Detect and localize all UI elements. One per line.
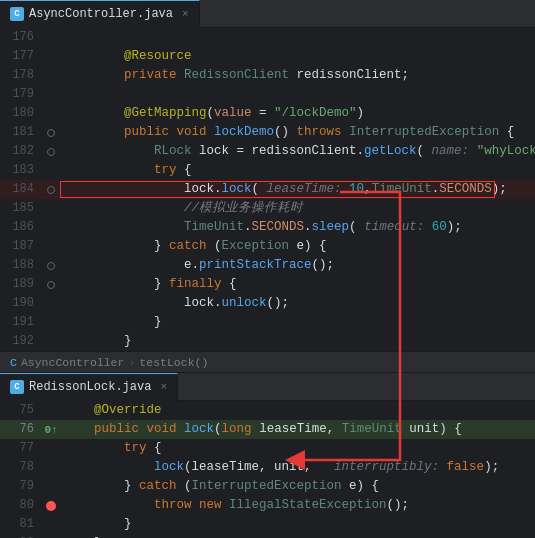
line-content-182: RLock lock = redissonClient.getLock( nam… xyxy=(60,142,535,161)
code-line-80: 80 throw new IllegalStateException(); xyxy=(0,496,535,515)
code-line-185: 185 //模拟业务操作耗时 xyxy=(0,199,535,218)
gutter-78 xyxy=(42,458,60,477)
line-num-80: 80 xyxy=(0,496,42,515)
gutter-191 xyxy=(42,313,60,332)
line-num-180: 180 xyxy=(0,104,42,123)
tab-close-2[interactable]: × xyxy=(160,381,167,393)
line-content-76: public void lock(long leaseTime, TimeUni… xyxy=(60,420,535,439)
gutter-80 xyxy=(42,496,60,515)
gutter-187 xyxy=(42,237,60,256)
gutter-82 xyxy=(42,534,60,538)
gutter-183 xyxy=(42,161,60,180)
gutter-76: 0↑ xyxy=(42,420,60,439)
breadcrumb-bar: C AsyncController › testLock() xyxy=(0,351,535,373)
line-num-81: 81 xyxy=(0,515,42,534)
line-num-177: 177 xyxy=(0,47,42,66)
line-num-176: 176 xyxy=(0,28,42,47)
gutter-184 xyxy=(42,180,60,199)
code-line-189: 189 } finally { xyxy=(0,275,535,294)
line-content-184: lock.lock( leaseTime: 10,TimeUnit.SECOND… xyxy=(60,180,535,199)
code-line-187: 187 } catch (Exception e) { xyxy=(0,237,535,256)
code-line-81: 81 } xyxy=(0,515,535,534)
line-content-191: } xyxy=(60,313,535,332)
code-line-188: 188 e.printStackTrace(); xyxy=(0,256,535,275)
line-num-186: 186 xyxy=(0,218,42,237)
gutter-185 xyxy=(42,199,60,218)
editor-2: 75 @Override 76 0↑ public void lock(long… xyxy=(0,401,535,538)
gutter-182 xyxy=(42,142,60,161)
file-icon-2: C xyxy=(10,380,24,394)
code-line-176: 176 xyxy=(0,28,535,47)
tab-label-1: AsyncController.java xyxy=(29,7,173,21)
gutter-179 xyxy=(42,85,60,104)
line-content-176 xyxy=(60,28,535,47)
code-line-184: 184 lock.lock( leaseTime: 10,TimeUnit.SE… xyxy=(0,180,535,199)
tab-label-2: RedissonLock.java xyxy=(29,380,151,394)
code-line-179: 179 xyxy=(0,85,535,104)
gutter-181 xyxy=(42,123,60,142)
gutter-177 xyxy=(42,47,60,66)
line-num-79: 79 xyxy=(0,477,42,496)
tab-redissonlock[interactable]: C RedissonLock.java × xyxy=(0,373,178,401)
gutter-180 xyxy=(42,104,60,123)
line-content-188: e.printStackTrace(); xyxy=(60,256,535,275)
breakpoint-80 xyxy=(46,501,56,511)
code-line-76: 76 0↑ public void lock(long leaseTime, T… xyxy=(0,420,535,439)
code-line-181: 181 public void lockDemo() throws Interr… xyxy=(0,123,535,142)
gutter-75 xyxy=(42,401,60,420)
code-line-178: 178 private RedissonClient redissonClien… xyxy=(0,66,535,85)
code-line-79: 79 } catch (InterruptedException e) { xyxy=(0,477,535,496)
code-line-192: 192 } xyxy=(0,332,535,351)
tab-close-1[interactable]: × xyxy=(182,8,189,20)
line-content-77: try { xyxy=(60,439,535,458)
line-content-180: @GetMapping(value = "/lockDemo") xyxy=(60,104,535,123)
line-num-181: 181 xyxy=(0,123,42,142)
line-num-187: 187 xyxy=(0,237,42,256)
tab-bar-bottom: C RedissonLock.java × xyxy=(0,373,535,401)
line-content-178: private RedissonClient redissonClient; xyxy=(60,66,535,85)
breadcrumb-sep: › xyxy=(128,356,135,369)
code-line-182: 182 RLock lock = redissonClient.getLock(… xyxy=(0,142,535,161)
line-num-192: 192 xyxy=(0,332,42,351)
gutter-188 xyxy=(42,256,60,275)
gutter-176 xyxy=(42,28,60,47)
line-content-189: } finally { xyxy=(60,275,535,294)
tab-bar-top: C AsyncController.java × xyxy=(0,0,535,28)
line-content-186: TimeUnit.SECONDS.sleep( timeout: 60); xyxy=(60,218,535,237)
editor-1: 176 177 @Resource 178 private RedissonCl… xyxy=(0,28,535,351)
code-line-191: 191 } xyxy=(0,313,535,332)
gutter-189 xyxy=(42,275,60,294)
line-content-192: } xyxy=(60,332,535,351)
line-content-78: lock(leaseTime, unit, interruptibly: fal… xyxy=(60,458,535,477)
code-line-186: 186 TimeUnit.SECONDS.sleep( timeout: 60)… xyxy=(0,218,535,237)
line-num-185: 185 xyxy=(0,199,42,218)
gutter-79 xyxy=(42,477,60,496)
gutter-77 xyxy=(42,439,60,458)
gutter-178 xyxy=(42,66,60,85)
line-content-183: try { xyxy=(60,161,535,180)
gutter-190 xyxy=(42,294,60,313)
line-content-185: //模拟业务操作耗时 xyxy=(60,199,535,218)
breadcrumb-class[interactable]: AsyncController xyxy=(21,356,125,369)
file-icon-1: C xyxy=(10,7,24,21)
line-content-79: } catch (InterruptedException e) { xyxy=(60,477,535,496)
line-num-188: 188 xyxy=(0,256,42,275)
code-line-190: 190 lock.unlock(); xyxy=(0,294,535,313)
breadcrumb-method[interactable]: testLock() xyxy=(139,356,208,369)
line-content-187: } catch (Exception e) { xyxy=(60,237,535,256)
tab-asynccontroller[interactable]: C AsyncController.java × xyxy=(0,0,200,28)
line-num-178: 178 xyxy=(0,66,42,85)
code-line-82: 82 } xyxy=(0,534,535,538)
gutter-81 xyxy=(42,515,60,534)
line-num-189: 189 xyxy=(0,275,42,294)
line-num-78: 78 xyxy=(0,458,42,477)
code-lines-2: 75 @Override 76 0↑ public void lock(long… xyxy=(0,401,535,538)
breadcrumb-icon: C xyxy=(10,356,17,369)
code-line-183: 183 try { xyxy=(0,161,535,180)
code-lines-1: 176 177 @Resource 178 private RedissonCl… xyxy=(0,28,535,351)
line-content-82: } xyxy=(60,534,535,538)
line-content-81: } xyxy=(60,515,535,534)
line-content-75: @Override xyxy=(60,401,535,420)
code-line-180: 180 @GetMapping(value = "/lockDemo") xyxy=(0,104,535,123)
line-num-82: 82 xyxy=(0,534,42,538)
